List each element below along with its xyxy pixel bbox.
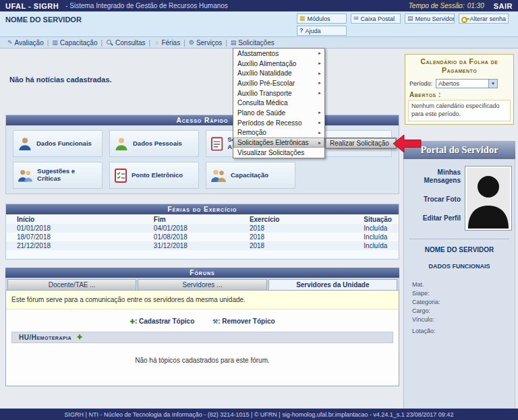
- menu-item-ferias[interactable]: ☼ Férias: [150, 39, 183, 47]
- field-categoria: Categoria:: [412, 298, 512, 306]
- cell: 01/08/2018: [143, 233, 239, 241]
- remove-topic-action[interactable]: ⚒: Remover Tópico: [212, 318, 275, 325]
- mail-icon: ✉: [353, 16, 359, 22]
- menu-item-label: Consultas: [115, 39, 145, 47]
- dropdown-item-consulta-medica[interactable]: Consulta Médica: [233, 98, 324, 108]
- forum-empty-message: Não há tópicos cadastrados para este fór…: [6, 343, 399, 379]
- period-select[interactable]: Abertos ▼: [436, 79, 498, 88]
- dropdown-item-remocao[interactable]: Remoção►: [233, 128, 324, 138]
- table-header-row: Início Fim Exercício Situação: [6, 214, 399, 224]
- user-name: NOME DO SERVIDOR: [5, 13, 82, 35]
- submenu-item-realizar-solicitacao[interactable]: Realizar Solicitação: [326, 138, 396, 148]
- dropdown-item-label: Visualizar Solicitações: [237, 149, 304, 156]
- cell: 31/12/2018: [143, 241, 239, 250]
- footer-text: SIGRH | NTI - Núcleo de Tecnologia da In…: [65, 411, 454, 418]
- shortcut-ponto-eletronico[interactable]: Ponto Eletrônico: [109, 162, 199, 189]
- forums-title: Fóruns: [5, 268, 399, 278]
- functional-data-fields: Mat. Siape: Categoria: Cargo: Vínculo: L…: [407, 280, 512, 336]
- sun-icon: ☼: [154, 40, 159, 46]
- my-messages-link[interactable]: Minhas Mensagens: [419, 169, 461, 185]
- payroll-calendar-box: Calendário da Folha de Pagamento Período…: [405, 54, 514, 125]
- person-icon: [18, 136, 32, 151]
- dropdown-item-label: Consulta Médica: [237, 99, 287, 107]
- dropdown-item-auxilio-alimentacao[interactable]: Auxílio Alimentação►: [233, 59, 324, 69]
- calendar-empty-message: Nenhum calendário especificado para este…: [408, 100, 511, 121]
- submenu-arrow-icon: ►: [318, 91, 322, 95]
- tab-docente-tae[interactable]: Docente/TAE ...: [7, 279, 136, 290]
- tab-servidores[interactable]: Servidores ...: [138, 279, 266, 290]
- server-menu-button-label: Menu Servidor: [415, 16, 455, 22]
- dropdown-item-label: Auxílio Alimentação: [237, 60, 296, 67]
- menu-item-capacitacao[interactable]: ▥ Capacitação: [49, 39, 100, 47]
- cell: 01/01/2018: [6, 224, 143, 233]
- help-button[interactable]: ? Ajuda: [297, 26, 347, 36]
- cell: Incluída: [353, 233, 399, 241]
- mailbox-button[interactable]: ✉ Caixa Postal: [351, 13, 401, 24]
- news-empty-message: Não há notícias cadastradas.: [9, 76, 399, 84]
- dropdown-item-label: Afastamentos: [237, 50, 279, 57]
- right-sidebar: Calendário da Folha de Pagamento Período…: [403, 51, 515, 409]
- shortcut-sugestoes-criticas[interactable]: Sugestões e Críticas: [13, 162, 103, 189]
- person-icon: [114, 136, 129, 151]
- dropdown-item-afastamentos[interactable]: Afastamentos►: [233, 49, 324, 59]
- dropdown-item-auxilio-pre-escolar[interactable]: Auxílio Pré-Escolar►: [233, 78, 324, 88]
- dropdown-item-solicitacoes-eletronicas[interactable]: Solicitações Eletrônicas►: [233, 138, 324, 148]
- cell: Incluída: [353, 224, 399, 233]
- forum-tabs: Docente/TAE ... Servidores ... Servidore…: [5, 278, 399, 290]
- shortcut-dados-funcionais[interactable]: Dados Funcionais: [13, 130, 103, 157]
- quick-access-panel: Acesso Rápido Dados Funcionais Dados Pes…: [5, 115, 399, 194]
- divider: [409, 239, 509, 239]
- main-column: Não há notícias cadastradas. Acesso Rápi…: [1, 51, 403, 409]
- tab-servidores-da-unidade[interactable]: Servidores da Unidade: [268, 279, 397, 290]
- forum-notice: Este fórum serve para a comunicação entr…: [6, 291, 399, 309]
- shortcut-label: Sugestões e Críticas: [37, 168, 98, 183]
- requests-icon: ▤: [231, 40, 237, 46]
- search-icon: [106, 39, 113, 47]
- col-exercicio: Exercício: [239, 214, 353, 224]
- change-photo-link[interactable]: Trocar Foto: [424, 196, 461, 204]
- dropdown-item-auxilio-natalidade[interactable]: Auxílio Natalidade►: [233, 68, 324, 78]
- create-topic-action[interactable]: ✚: Cadastrar Tópico: [130, 318, 194, 325]
- dropdown-item-label: Auxílio Pré-Escolar: [237, 80, 295, 87]
- add-icon: ✚: [77, 334, 82, 340]
- modules-button[interactable]: ▦ Módulos: [297, 13, 347, 24]
- dropdown-item-visualizar-solicitacoes[interactable]: Visualizar Solicitações: [233, 148, 324, 158]
- field-mat: Mat.: [412, 280, 512, 289]
- submenu-arrow-icon: ►: [318, 81, 322, 85]
- dropdown-item-label: Períodos de Recesso: [237, 119, 302, 127]
- dropdown-item-auxilio-transporte[interactable]: Auxílio Transporte►: [233, 88, 324, 98]
- edit-profile-link[interactable]: Editar Perfil: [423, 214, 461, 222]
- sidebar-server-name: NOME DO SERVIDOR: [407, 246, 512, 253]
- forum-group-header[interactable]: HU/Hemoterapia ✚: [11, 332, 393, 343]
- menu-item-avaliacao[interactable]: ✎ Avaliação: [4, 39, 47, 47]
- chevron-down-icon: ▼: [488, 80, 497, 88]
- server-menu-button[interactable]: ▤ Menu Servidor: [405, 13, 455, 24]
- menu-item-solicitacoes[interactable]: ▤ Solicitações: [227, 39, 278, 47]
- quick-access-grid: Dados Funcionais Dados Pessoais Solicita…: [6, 125, 399, 193]
- dropdown-item-periodos-de-recesso[interactable]: Períodos de Recesso►: [233, 118, 324, 128]
- menu-item-label: Capacitação: [60, 39, 98, 47]
- col-situacao: Situação: [353, 214, 399, 224]
- submenu-arrow-icon: ►: [318, 111, 322, 115]
- dropdown-item-plano-de-saude[interactable]: Plano de Saúde►: [233, 108, 324, 118]
- submenu-arrow-icon: ►: [318, 71, 322, 76]
- col-fim: Fim: [143, 214, 239, 224]
- add-icon: ✚: [130, 318, 135, 325]
- vacations-table: Início Fim Exercício Situação 01/01/2018…: [6, 214, 399, 259]
- shortcut-label: Capacitação: [231, 172, 268, 179]
- logout-link[interactable]: SAIR: [494, 2, 513, 10]
- modules-icon: ▦: [299, 16, 306, 22]
- cell: Incluída: [353, 241, 399, 250]
- shortcut-dados-pessoais[interactable]: Dados Pessoais: [109, 130, 199, 157]
- forum-content: Este fórum serve para a comunicação entr…: [5, 290, 399, 386]
- menu-item-consultas[interactable]: Consultas: [103, 39, 148, 47]
- forum-actions: ✚: Cadastrar Tópico ⚒: Remover Tópico: [6, 309, 399, 332]
- menu-item-servicos[interactable]: ⚙ Serviços: [185, 39, 225, 47]
- quick-access-title: Acesso Rápido: [6, 115, 399, 125]
- change-password-button[interactable]: Alterar senha: [459, 13, 509, 24]
- field-siape: Siape:: [412, 289, 512, 297]
- shortcut-capacitacao[interactable]: Capacitação: [206, 162, 295, 189]
- mailbox-button-label: Caixa Postal: [361, 16, 395, 22]
- silhouette-icon: [467, 168, 510, 229]
- cell: 18/07/2018: [6, 233, 143, 241]
